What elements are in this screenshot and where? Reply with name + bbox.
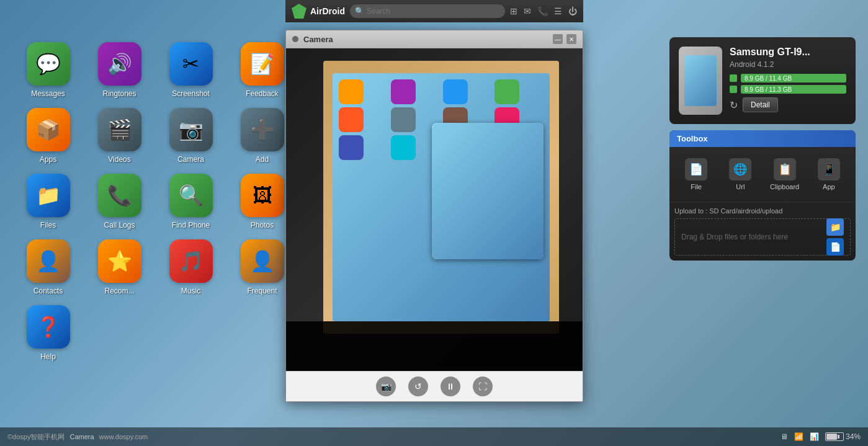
device-screen-mini <box>684 55 717 106</box>
refresh-button[interactable]: ↻ <box>730 99 738 111</box>
power-icon[interactable]: ⏻ <box>568 6 577 16</box>
app-item-help[interactable]: ❓ Help <box>12 300 84 366</box>
camera-dot-icon <box>292 36 298 42</box>
camera-window: Camera — ✕ <box>285 30 583 402</box>
apps-icon: 📦 <box>27 108 70 151</box>
app-item-ringtones[interactable]: 🔊 Ringtones <box>84 37 155 103</box>
app-item-findphone[interactable]: 🔍 Find Phone <box>155 169 226 234</box>
messages-icon: 💬 <box>27 42 70 86</box>
add-icon: ➕ <box>241 108 284 151</box>
app-item-camera[interactable]: 📷 Camera <box>155 103 226 169</box>
camera-close-button[interactable]: ✕ <box>566 34 576 44</box>
battery-indicator <box>825 432 844 441</box>
app-item-messages[interactable]: 💬 Messages <box>12 37 84 103</box>
camera-image <box>286 48 583 371</box>
capture-button[interactable]: 📷 <box>376 377 396 396</box>
menu-icon[interactable]: ☰ <box>554 6 562 16</box>
status-site: www.dospy.com <box>99 433 148 440</box>
videos-label: Videos <box>108 155 130 164</box>
device-image <box>679 47 722 115</box>
logo-icon <box>292 4 306 19</box>
pause-button[interactable]: ⏸ <box>441 377 460 396</box>
storage-indicator-1 <box>730 74 737 82</box>
tool-file[interactable]: 📄 File <box>676 153 717 195</box>
logo-text: AirDroid <box>310 6 345 16</box>
drop-zone[interactable]: Drag & Drop files or folders here 📁 📄 <box>674 218 851 256</box>
rotate-button[interactable]: ↺ <box>408 377 428 396</box>
detail-button[interactable]: Detail <box>743 97 778 112</box>
storage-1-label: 8.9 GB / 11.4 GB <box>745 75 792 82</box>
app-grid: 💬 Messages 🔊 Ringtones ✂ Screenshot 📝 Fe… <box>6 31 292 372</box>
file-upload-button[interactable]: 📄 <box>826 238 844 256</box>
add-label: Add <box>256 155 269 164</box>
upload-to-text: Upload to : SD Card/airdroid/upload <box>674 207 851 215</box>
messages-label: Messages <box>31 89 65 98</box>
screenshot-icon: ✂ <box>169 42 213 86</box>
feedback-label: Feedback <box>246 89 279 98</box>
folder-upload-button[interactable]: 📁 <box>826 218 844 236</box>
battery-percent: 34% <box>846 432 861 441</box>
tool-app[interactable]: 📱 App <box>808 153 849 195</box>
fullscreen-button[interactable]: ⛶ <box>473 377 493 396</box>
status-right: 🖥 📶 📊 34% <box>781 432 861 441</box>
photos-icon: 🖼 <box>241 174 284 217</box>
phone-icon[interactable]: 📞 <box>537 6 548 16</box>
camera-toolbar: 📷 ↺ ⏸ ⛶ <box>286 371 583 401</box>
photos-label: Photos <box>251 221 274 230</box>
grid-icon[interactable]: ⊞ <box>510 6 517 16</box>
ringtones-label: Ringtones <box>102 89 136 98</box>
frequent-icon: 👤 <box>241 239 284 283</box>
help-label: Help <box>40 352 56 361</box>
recom-label: Recom... <box>104 287 134 295</box>
app-item-contacts[interactable]: 👤 Contacts <box>12 234 84 300</box>
status-bar: ©dospy智能手机网 Camera www.dospy.com 🖥 📶 📊 3… <box>0 427 868 446</box>
app-item-music[interactable]: 🎵 Music <box>155 234 226 300</box>
topbar-icons: ⊞ ✉ 📞 ☰ ⏻ <box>510 6 577 16</box>
app-item-apps[interactable]: 📦 Apps <box>12 103 84 169</box>
frequent-label: Frequent <box>247 287 277 295</box>
url-label: Url <box>736 183 745 190</box>
screenshot-label: Screenshot <box>172 89 210 98</box>
files-icon: 📁 <box>27 174 70 217</box>
calllogs-icon: 📞 <box>98 174 141 217</box>
files-label: Files <box>40 221 56 230</box>
camera-icon: 📷 <box>169 108 213 151</box>
mail-icon[interactable]: ✉ <box>524 6 531 16</box>
inner-tablet <box>432 123 544 259</box>
camera-feed-visual <box>323 61 559 334</box>
right-panel: Samsung GT-I9... Android 4.1.2 8.9 GB / … <box>669 37 856 261</box>
app-item-recom[interactable]: ⭐ Recom... <box>84 234 155 300</box>
upload-to-path: SD Card/airdroid/upload <box>709 207 782 215</box>
airdroid-logo: AirDroid <box>292 4 345 19</box>
device-os: Android 4.1.2 <box>730 60 846 69</box>
tool-url[interactable]: 🌐 Url <box>720 153 761 195</box>
status-camera-label: Camera <box>69 433 94 440</box>
battery-fill <box>826 434 837 440</box>
help-icon: ❓ <box>27 305 70 349</box>
search-bar[interactable]: 🔍 <box>350 4 505 18</box>
app-item-videos[interactable]: 🎬 Videos <box>84 103 155 169</box>
search-input[interactable] <box>367 7 500 16</box>
storage-indicator-2 <box>730 86 737 93</box>
camera-minimize-button[interactable]: — <box>553 34 563 44</box>
app-item-screenshot[interactable]: ✂ Screenshot <box>155 37 226 103</box>
signal-icon: 📊 <box>810 432 819 441</box>
recom-icon: ⭐ <box>98 239 141 283</box>
app-item-files[interactable]: 📁 Files <box>12 169 84 234</box>
toolbox-tools: 📄 File 🌐 Url 📋 Clipboard 📱 App <box>669 147 856 202</box>
app-item-calllogs[interactable]: 📞 Call Logs <box>84 169 155 234</box>
app-label: App <box>823 183 835 190</box>
music-icon: 🎵 <box>169 239 213 283</box>
top-bar: AirDroid 🔍 ⊞ ✉ 📞 ☰ ⏻ <box>285 0 583 22</box>
clipboard-icon: 📋 <box>774 158 796 181</box>
storage-row-2: 8.9 GB / 11.3 GB <box>730 85 846 94</box>
upload-to-label: Upload to : <box>674 207 707 215</box>
apps-label: Apps <box>40 155 56 164</box>
findphone-label: Find Phone <box>172 221 210 230</box>
search-icon: 🔍 <box>355 7 364 16</box>
storage-row-1: 8.9 GB / 11.4 GB <box>730 74 846 83</box>
url-icon: 🌐 <box>729 158 751 181</box>
tool-clipboard[interactable]: 📋 Clipboard <box>764 153 805 195</box>
device-name: Samsung GT-I9... <box>730 47 846 58</box>
battery-tip <box>838 435 839 439</box>
